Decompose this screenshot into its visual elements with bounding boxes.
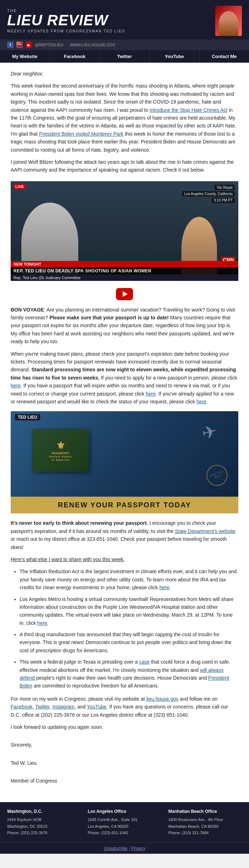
paragraph-name: Ted W. Lieu — [11, 759, 238, 767]
processing-times-bold: Standard processing times are now eight … — [11, 367, 236, 380]
list-item-metro: Los Angeles Metro is hosting a virtual c… — [20, 595, 238, 627]
office-mb-phone: Phone: (310) 321-7684 — [168, 830, 242, 836]
passport-scene: TED LIEU ⚜ PASSPORT United Statesof Amer… — [11, 411, 238, 497]
renew-passport-bold: It's never too early to think about rene… — [11, 520, 148, 526]
passport-plane-icon: ✈ — [200, 420, 219, 444]
list-item-ira: The Inflation Reduction Act is the large… — [20, 568, 238, 591]
paragraph-more-info: For more on my work in Congress, please … — [11, 695, 238, 719]
list-item-insulin: A third drug manufacturer has announced … — [20, 631, 238, 654]
office-mb-address2: Manhattan Beach, CA 90266 — [168, 823, 242, 830]
paragraph-wolf-blitzer: I joined Wolf Blitzer following the atta… — [11, 158, 238, 174]
bon-voyage-label: BON VOYAGE — [11, 307, 44, 313]
breaking-label: NEW TONIGHT — [14, 262, 41, 266]
nav-my-website[interactable]: My Website — [0, 50, 50, 63]
youtube-play-button-container — [11, 288, 238, 300]
paragraph-title: Member of Congress — [11, 777, 238, 785]
office-dc-phone: Phone: (202) 225-3976 — [7, 830, 81, 836]
passport-renew-banner: RENEW YOUR PASSPORT TODAY — [11, 497, 238, 513]
link-ira[interactable]: here — [159, 585, 169, 590]
link-passport-status[interactable]: here — [196, 399, 206, 404]
passport-eagle-icon: ⚜ — [56, 440, 65, 451]
footer-bottom: Unsubscribe | Privacy — [0, 842, 249, 854]
footer-offices: Washington, D.C. 2454 Rayburn HOB Washin… — [0, 802, 249, 842]
salutation: Dear neighbor, — [11, 70, 238, 78]
youtube-play-button[interactable] — [116, 288, 133, 300]
passport-top-label: TED LIEU — [15, 414, 40, 420]
passport-warning: Please make sure that your passport is u… — [49, 315, 169, 320]
office-la-city: Los Angeles Office — [88, 808, 161, 815]
passport-stamp: ADMITTED★★★ — [203, 462, 231, 489]
link-president-biden[interactable]: President Biden visited Monterey Park — [39, 131, 123, 137]
updates-list: The Inflation Reduction Act is the large… — [20, 568, 238, 690]
link-facebook-text[interactable]: Facebook — [11, 704, 32, 710]
video-lower-bar: NEW TONIGHT REP. TED LIEU ON DEADLY SPA … — [11, 261, 238, 281]
passport-usa-text: United Statesof America — [49, 455, 72, 461]
office-dc: Washington, D.C. 2454 Rayburn HOB Washin… — [7, 808, 81, 836]
play-triangle-icon — [123, 291, 128, 297]
social-website: WWW.LIEU.HOUSE.GOV — [70, 43, 115, 47]
nav-contact-me[interactable]: Contact Me — [200, 50, 249, 63]
office-la-address1: 1645 Corinth Ave., Suite 101 — [88, 816, 161, 823]
video-thumbnail[interactable]: Via Skype Los Angeles County, California… — [11, 181, 238, 281]
video-breaking-bar: NEW TONIGHT — [11, 261, 238, 267]
paragraph-passport-processing: When you're making travel plans, please … — [11, 350, 238, 406]
paragraph-forward: I look forward to updating you again soo… — [11, 723, 238, 731]
link-will-always-defend[interactable]: will always defend — [20, 667, 223, 681]
congressman-photo — [215, 6, 242, 36]
passport-book: ⚜ PASSPORT United Statesof America — [32, 429, 89, 472]
link-case[interactable]: case — [139, 659, 150, 665]
paragraph-atlanta: This week marked the second anniversary … — [11, 82, 238, 154]
passport-title-text: PASSPORT — [52, 451, 69, 455]
link-metro[interactable]: here — [37, 620, 47, 626]
header-left: THE LIEU REVIEW WEEKLY UPDATES FROM CONG… — [7, 9, 125, 33]
main-content: Dear neighbor, This week marked the seco… — [0, 63, 249, 802]
nav-youtube[interactable]: YouTube — [150, 50, 200, 63]
link-instagram-text[interactable]: Instagram — [52, 704, 74, 710]
week-updates-label: Here's what else I want to share with yo… — [11, 556, 124, 562]
youtube-icon[interactable]: ▶ — [26, 42, 32, 48]
social-handle: @REPTEDLIEU — [35, 43, 63, 47]
paragraph-sincerely: Sincerely, — [11, 741, 238, 749]
video-time-label: 3:10 PM PT — [212, 198, 235, 203]
link-stop-hate[interactable]: introduce the Stop Hate Crimes Act — [150, 107, 228, 113]
office-dc-address2: Washington, DC 20515 — [7, 823, 81, 830]
office-dc-city: Washington, D.C. — [7, 808, 81, 815]
link-passport-person[interactable]: here — [11, 383, 21, 388]
video-container: Via Skype Los Angeles County, California… — [11, 181, 238, 281]
office-la: Los Angeles Office 1645 Corinth Ave., Su… — [88, 808, 161, 836]
office-la-phone: Phone: (323) 651-1040 — [88, 830, 161, 836]
facebook-icon[interactable]: f — [7, 42, 14, 48]
social-bar: f 📷 ▶ @REPTEDLIEU WWW.LIEU.HOUSE.GOV — [0, 40, 249, 50]
link-president-biden-2[interactable]: President Biden — [20, 675, 229, 689]
passport-image-container: TED LIEU ⚜ PASSPORT United Statesof Amer… — [11, 411, 238, 513]
photo-silhouette — [219, 11, 238, 36]
paragraph-renew-passport: It's never too early to think about rene… — [11, 519, 238, 551]
paragraph-week-header: Here's what else I want to share with yo… — [11, 555, 238, 563]
link-lieu-house[interactable]: lieu.house.gov — [146, 696, 178, 702]
link-twitter-text[interactable]: Twitter — [35, 704, 49, 710]
link-youtube-text[interactable]: YouTube — [87, 704, 106, 710]
video-scene: Via Skype Los Angeles County, California… — [11, 181, 238, 281]
office-la-address2: Los Angeles, CA 90025 — [88, 823, 161, 830]
video-name: Rep. Ted Lieu (D) Judiciary Committee — [11, 274, 238, 281]
office-mb: Manhattan Beach Office 1600 Rosecrans Av… — [168, 808, 242, 836]
newsletter-title: LIEU REVIEW — [7, 13, 125, 28]
header: THE LIEU REVIEW WEEKLY UPDATES FROM CONG… — [0, 0, 249, 40]
instagram-icon[interactable]: 📷 — [16, 42, 23, 48]
paragraph-bon-voyage: BON VOYAGE: Are you planning an internat… — [11, 306, 238, 346]
privacy-link[interactable]: Privacy — [131, 846, 145, 851]
office-mb-address1: 1600 Rosecrans Ave., 4th Floor — [168, 816, 242, 823]
link-passport-mail[interactable]: here — [146, 391, 156, 397]
email-wrapper: THE LIEU REVIEW WEEKLY UPDATES FROM CONG… — [0, 0, 249, 854]
nav-twitter[interactable]: Twitter — [100, 50, 149, 63]
navigation: My Website Facebook Twitter YouTube Cont… — [0, 50, 249, 63]
video-location-label: Los Angeles County, California — [182, 191, 235, 197]
via-skype-label: Via Skype — [214, 185, 235, 190]
link-state-dept[interactable]: State Department's website — [175, 528, 236, 534]
office-dc-address1: 2454 Rayburn HOB — [7, 816, 81, 823]
unsubscribe-link[interactable]: Unsubscribe — [104, 846, 128, 851]
nav-facebook[interactable]: Facebook — [50, 50, 100, 63]
list-item-abortion: This week a federal judge in Texas is pr… — [20, 658, 238, 690]
live-badge: LIVE — [14, 184, 26, 189]
office-mb-city: Manhattan Beach Office — [168, 808, 242, 815]
